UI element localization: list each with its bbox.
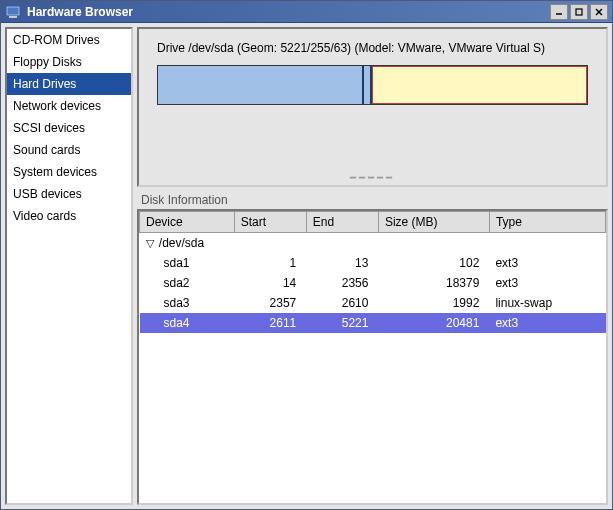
cell-end: 2356 [306, 273, 378, 293]
table-row[interactable]: sda42611522120481ext3 [140, 313, 606, 333]
cell-end: 13 [306, 253, 378, 273]
col-size[interactable]: Size (MB) [378, 212, 489, 233]
cell-type: ext3 [489, 313, 605, 333]
sidebar-item-hard-drives[interactable]: Hard Drives [7, 73, 131, 95]
table-row[interactable]: sda214235618379ext3 [140, 273, 606, 293]
minimize-button[interactable] [550, 4, 568, 20]
disk-info-table: Device Start End Size (MB) Type ▽ /dev/s… [139, 211, 606, 333]
partition-seg-divider[interactable] [364, 66, 373, 104]
cell-device: sda2 [140, 273, 235, 293]
table-header-row[interactable]: Device Start End Size (MB) Type [140, 212, 606, 233]
disclosure-triangle-icon[interactable]: ▽ [146, 237, 156, 250]
titlebar[interactable]: Hardware Browser [1, 1, 612, 23]
drive-summary-text: Drive /dev/sda (Geom: 5221/255/63) (Mode… [157, 41, 596, 55]
disk-info-table-wrap[interactable]: Device Start End Size (MB) Type ▽ /dev/s… [137, 209, 608, 505]
cell-start: 14 [234, 273, 306, 293]
cell-type: linux-swap [489, 293, 605, 313]
partition-seg-sda4[interactable] [372, 66, 587, 104]
app-icon [5, 4, 21, 20]
cell-device: sda1 [140, 253, 235, 273]
table-row[interactable]: sda1113102ext3 [140, 253, 606, 273]
cell-size: 1992 [378, 293, 489, 313]
svg-rect-1 [9, 16, 17, 18]
partition-bar[interactable] [157, 65, 588, 105]
cell-type: ext3 [489, 273, 605, 293]
window-title: Hardware Browser [27, 5, 133, 19]
parent-device-label: /dev/sda [159, 236, 204, 250]
sidebar-item-floppy-disks[interactable]: Floppy Disks [7, 51, 131, 73]
cell-size: 18379 [378, 273, 489, 293]
sidebar-item-scsi-devices[interactable]: SCSI devices [7, 117, 131, 139]
drive-summary-box: Drive /dev/sda (Geom: 5221/255/63) (Mode… [137, 27, 608, 187]
sidebar-item-usb-devices[interactable]: USB devices [7, 183, 131, 205]
cell-device: sda4 [140, 313, 235, 333]
sidebar-item-network-devices[interactable]: Network devices [7, 95, 131, 117]
cell-device: sda3 [140, 293, 235, 313]
col-start[interactable]: Start [234, 212, 306, 233]
content-area: CD-ROM DrivesFloppy DisksHard DrivesNetw… [1, 23, 612, 509]
col-type[interactable]: Type [489, 212, 605, 233]
cell-end: 5221 [306, 313, 378, 333]
category-sidebar[interactable]: CD-ROM DrivesFloppy DisksHard DrivesNetw… [5, 27, 133, 505]
col-device[interactable]: Device [140, 212, 235, 233]
maximize-button[interactable] [570, 4, 588, 20]
disk-info-frame: Disk Information Device Start End Size (… [137, 191, 608, 505]
cell-start: 2357 [234, 293, 306, 313]
cell-size: 20481 [378, 313, 489, 333]
close-button[interactable] [590, 4, 608, 20]
table-row[interactable]: sda3235726101992linux-swap [140, 293, 606, 313]
cell-start: 1 [234, 253, 306, 273]
hardware-browser-window: Hardware Browser CD-ROM DrivesFloppy Dis… [0, 0, 613, 510]
cell-size: 102 [378, 253, 489, 273]
sidebar-item-cd-rom-drives[interactable]: CD-ROM Drives [7, 29, 131, 51]
sidebar-item-system-devices[interactable]: System devices [7, 161, 131, 183]
disk-info-label: Disk Information [137, 191, 608, 209]
sidebar-item-sound-cards[interactable]: Sound cards [7, 139, 131, 161]
cell-start: 2611 [234, 313, 306, 333]
cell-end: 2610 [306, 293, 378, 313]
table-row-parent[interactable]: ▽ /dev/sda [140, 233, 606, 254]
resize-grip-icon[interactable]: ━━━━━ [350, 172, 395, 183]
detail-pane: Drive /dev/sda (Geom: 5221/255/63) (Mode… [137, 27, 608, 505]
svg-rect-0 [7, 7, 19, 15]
cell-type: ext3 [489, 253, 605, 273]
partition-seg-primary[interactable] [158, 66, 364, 104]
svg-rect-3 [576, 9, 582, 15]
col-end[interactable]: End [306, 212, 378, 233]
sidebar-item-video-cards[interactable]: Video cards [7, 205, 131, 227]
